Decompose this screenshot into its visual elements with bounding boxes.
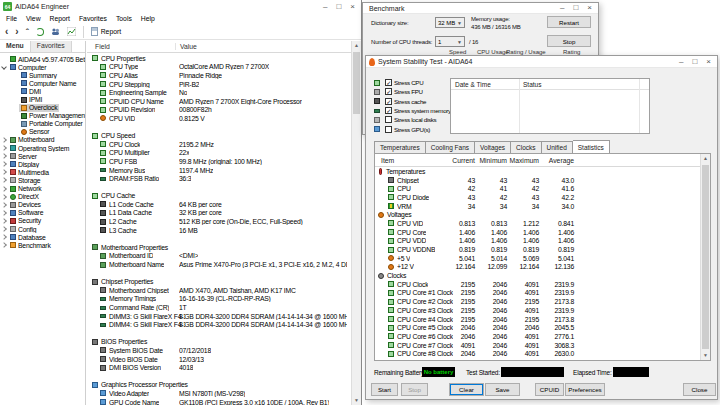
menu-view[interactable]: View xyxy=(26,15,41,22)
maximize-icon[interactable]: □ xyxy=(573,4,578,12)
sidebar-item-benchmark[interactable]: Benchmark xyxy=(0,241,85,249)
chart-icon[interactable] xyxy=(67,27,76,36)
table-group-row[interactable]: Chipset Properties xyxy=(87,277,351,286)
table-row[interactable]: DMI BIOS Version4018 xyxy=(87,363,351,372)
stats-group-voltages[interactable]: Voltages xyxy=(375,210,700,219)
table-row[interactable]: L2 Cache512 KB per core (On-Die, ECC, Fu… xyxy=(87,217,351,226)
menu-help[interactable]: Help xyxy=(141,15,155,22)
sidebar-item-config[interactable]: Config xyxy=(0,225,85,233)
stop-button[interactable]: Stop xyxy=(401,383,428,396)
sidebar-item-overclock[interactable]: Overclock xyxy=(0,104,85,112)
stats-group-temperatures[interactable]: Temperatures xyxy=(375,167,700,176)
stats-row-cpu-vddnb[interactable]: CPU VDDNB0.8190.8190.8190.819 xyxy=(375,245,700,254)
sidebar-item-display[interactable]: Display xyxy=(0,160,85,168)
table-group-row[interactable]: CPU Cache xyxy=(87,192,351,201)
table-row[interactable]: System BIOS Date07/12/2018 xyxy=(87,346,351,355)
sidebar-item-motherboard[interactable]: Motherboard xyxy=(0,136,85,144)
stress-option-stress-system-memory[interactable]: ✓Stress system memory xyxy=(374,106,450,115)
expander-icon[interactable] xyxy=(1,202,7,208)
table-row[interactable]: Video AdapterMSI N780Ti (MS-V298) xyxy=(87,389,351,398)
menu-favorites[interactable]: Favorites xyxy=(79,15,107,22)
checkbox[interactable]: ✓ xyxy=(385,107,392,114)
expander-icon[interactable] xyxy=(1,64,7,70)
expander-icon[interactable] xyxy=(1,194,7,200)
table-row[interactable]: CPU Multiplier22x xyxy=(87,149,351,158)
tab-favorites[interactable]: Favorites xyxy=(31,41,72,52)
sidebar-item-aida64-v5-97-4705-beta[interactable]: AIDA64 v5.97.4705 Beta xyxy=(0,55,85,63)
stats-row-cpu-core-3-clock[interactable]: CPU Core #3 Clock2195204640912319.9 xyxy=(375,306,700,315)
table-group-row[interactable]: Graphics Processor Properties xyxy=(87,381,351,390)
menu-report[interactable]: Report xyxy=(50,15,70,22)
stats-row-5-v[interactable]: +5 V5.0415.0145.0695.041 xyxy=(375,254,700,263)
table-row[interactable]: DIMM3: G Skill FlareX F4-320...8 GB DDR4… xyxy=(87,312,351,321)
table-row[interactable]: Command Rate (CR)1T xyxy=(87,303,351,312)
scroll-up-icon[interactable]: ▲ xyxy=(701,154,710,163)
expander-icon[interactable] xyxy=(1,153,7,159)
minimize-icon[interactable]: – xyxy=(323,3,327,11)
stress-option-stress-gpu-s[interactable]: Stress GPU(s) xyxy=(374,124,450,133)
stats-group-clocks[interactable]: Clocks xyxy=(375,271,700,280)
stats-row-cpu-vdd[interactable]: CPU VDD1.4061.4061.4061.406 xyxy=(375,237,700,246)
sidebar-item-ipmi[interactable]: IPMI xyxy=(0,95,85,103)
stress-option-stress-cache[interactable]: ✓Stress cache xyxy=(374,97,450,106)
dictionary-size-select[interactable]: 32 MB▼ xyxy=(435,17,465,28)
table-row[interactable]: Video BIOS Date12/03/13 xyxy=(87,355,351,364)
table-row[interactable]: CPU TypeOctalCore AMD Ryzen 7 2700X xyxy=(87,63,351,72)
sidebar-item-operating-system[interactable]: Operating System xyxy=(0,144,85,152)
stats-row-memory-clock[interactable]: Memory Clock1197119711971197.4 xyxy=(375,358,700,360)
refresh-icon[interactable] xyxy=(36,28,44,36)
back-icon[interactable]: ‹ xyxy=(5,27,8,37)
expander-icon[interactable] xyxy=(1,145,7,151)
checkbox[interactable]: ✓ xyxy=(385,88,392,95)
sidebar-item-storage[interactable]: Storage xyxy=(0,176,85,184)
expander-icon[interactable] xyxy=(1,186,7,192)
stats-row-cpu-diode[interactable]: CPU Diode43424342.2 xyxy=(375,193,700,202)
clear-button[interactable]: Clear xyxy=(449,383,484,396)
table-row[interactable]: CPUID CPU NameAMD Ryzen 7 2700X Eight-Co… xyxy=(87,97,351,106)
stats-col-item[interactable]: Item xyxy=(381,157,394,164)
scroll-thumb[interactable] xyxy=(353,52,360,114)
close-icon[interactable]: × xyxy=(706,58,711,66)
scroll-down-icon[interactable]: ▼ xyxy=(701,351,710,360)
stats-row-cpu-vid[interactable]: CPU VID0.8130.8131.2120.841 xyxy=(375,219,700,228)
stats-row-cpu-core-8-clock[interactable]: CPU Core #8 Clock2046204640912630.0 xyxy=(375,349,700,358)
sidebar-item-multimedia[interactable]: Multimedia xyxy=(0,168,85,176)
statistics-scrollbar[interactable]: ▲ ▼ xyxy=(700,154,710,360)
close-icon[interactable]: × xyxy=(350,3,355,11)
table-row[interactable]: L1 Data Cache32 KB per core xyxy=(87,209,351,218)
table-row[interactable]: Engineering SampleNo xyxy=(87,88,351,97)
menu-file[interactable]: File xyxy=(6,15,17,22)
table-row[interactable]: Motherboard ChipsetAMD X470, AMD Taishan… xyxy=(87,286,351,295)
save-button[interactable]: Save xyxy=(485,383,520,396)
column-header-field[interactable]: Field xyxy=(95,43,110,50)
table-row[interactable]: L3 Cache16 MB xyxy=(87,226,351,235)
close-icon[interactable]: × xyxy=(587,4,592,12)
sidebar-item-database[interactable]: Database xyxy=(0,233,85,241)
stop-button[interactable]: Stop xyxy=(547,35,591,47)
scroll-up-icon[interactable]: ▲ xyxy=(352,41,361,50)
scroll-thumb[interactable] xyxy=(702,165,709,349)
sidebar-item-computer[interactable]: Computer xyxy=(0,63,85,71)
table-group-row[interactable]: CPU Properties xyxy=(87,54,351,63)
stats-row-chipset[interactable]: Chipset43434343.0 xyxy=(375,176,700,185)
cpuid-button[interactable]: CPUID xyxy=(535,383,564,396)
stats-row-cpu-core-1-clock[interactable]: CPU Core #1 Clock2195204640912319.9 xyxy=(375,289,700,298)
menu-tools[interactable]: Tools xyxy=(116,15,132,22)
stats-row-cpu-core-6-clock[interactable]: CPU Core #6 Clock2046204640912776.1 xyxy=(375,332,700,341)
table-scrollbar[interactable]: ▲ ▼ xyxy=(351,41,361,405)
tab-statistics[interactable]: Statistics xyxy=(573,140,610,154)
stats-row-cpu[interactable]: CPU42414241.6 xyxy=(375,184,700,193)
table-row[interactable]: GPU Code NameGK110B (PCI Express 3.0 x16… xyxy=(87,398,351,405)
table-row[interactable]: L1 Code Cache64 KB per core xyxy=(87,200,351,209)
restart-button[interactable]: Restart xyxy=(547,16,591,28)
users-icon[interactable] xyxy=(51,27,60,36)
table-row[interactable]: CPU Clock2195.2 MHz xyxy=(87,140,351,149)
table-row[interactable]: Motherboard ID<DMI> xyxy=(87,252,351,261)
sidebar-item-directx[interactable]: DirectX xyxy=(0,193,85,201)
stats-row-cpu-core-5-clock[interactable]: CPU Core #5 Clock2046204620462045.5 xyxy=(375,323,700,332)
minimize-icon[interactable]: – xyxy=(679,58,683,66)
report-button[interactable]: Report xyxy=(91,27,121,36)
stats-row-cpu-clock[interactable]: CPU Clock2195204640912319.9 xyxy=(375,280,700,289)
table-row[interactable]: Memory Timings16-16-16-39 (CL-RCD-RP-RAS… xyxy=(87,295,351,304)
sidebar-item-dmi[interactable]: DMI xyxy=(0,87,85,95)
